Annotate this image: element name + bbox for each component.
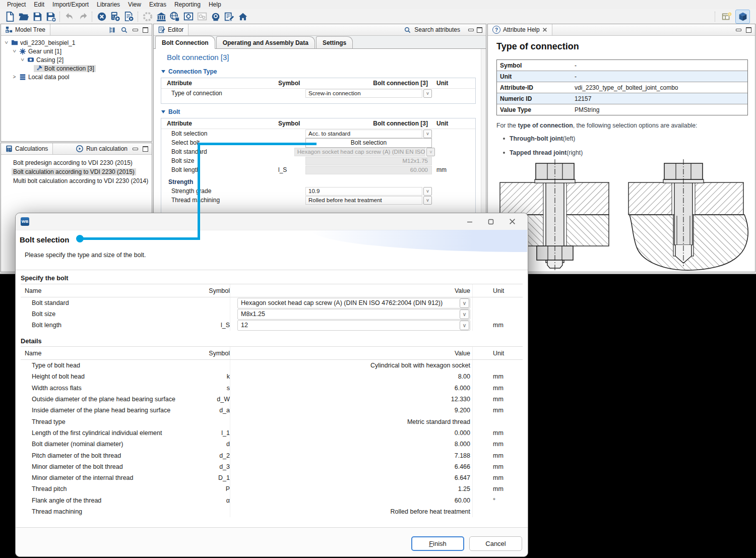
strength-grade-select[interactable]: 10.9 [305, 187, 422, 196]
link-with-editor-icon[interactable] [108, 26, 116, 34]
close-icon[interactable] [543, 28, 547, 32]
model-tree: > vdi_2230_beispiel_1 > Gear unit [1] > … [1, 36, 152, 81]
table-row: Width across flatss6.000mm [21, 383, 523, 394]
thread-machining-select[interactable]: Rolled before heat treatment [305, 196, 422, 205]
dropdown-button[interactable]: v [423, 130, 432, 138]
bolt-selection-button[interactable]: Bolt selection [305, 138, 432, 148]
bearing-icon[interactable] [141, 10, 154, 23]
edit-report-icon[interactable] [222, 10, 236, 23]
dropdown-button[interactable]: v [423, 187, 432, 196]
redo-icon[interactable] [76, 10, 90, 23]
menu-import-export[interactable]: Import/Export [48, 1, 93, 9]
home-icon[interactable] [236, 10, 249, 23]
maximize-icon[interactable] [480, 215, 501, 228]
tree-node-gear-unit[interactable]: > Gear unit [1] [1, 47, 152, 55]
search-icon[interactable] [404, 26, 411, 34]
chevron-down-icon[interactable]: > [4, 39, 9, 46]
editor-header: Editor Search attributes [154, 24, 486, 36]
connection-type-table: Attribute Symbol Bolt connection [3] Uni… [161, 78, 476, 104]
type-of-connection-select[interactable]: Screw-in connection [305, 89, 422, 98]
minimize-icon[interactable] [459, 215, 480, 228]
model-tree-tab[interactable]: Model Tree [1, 24, 50, 35]
editor-tab[interactable]: Editor [154, 24, 188, 35]
dropdown-button[interactable]: v [423, 89, 432, 98]
section-bolt[interactable]: Bolt [161, 108, 180, 115]
run-calculation-icon[interactable] [108, 10, 122, 23]
run-report-icon[interactable] [122, 10, 136, 23]
report-template-icon[interactable] [181, 10, 195, 23]
table-row: Bolt selection Acc. to standard v [161, 129, 475, 138]
perspective-switcher [713, 10, 750, 24]
menu-libraries[interactable]: Libraries [93, 1, 124, 9]
minimize-icon[interactable] [468, 29, 474, 31]
calculations-tab[interactable]: Calculations [1, 143, 53, 154]
undo-icon[interactable] [62, 10, 76, 23]
save-icon[interactable] [30, 10, 44, 23]
dialog-heading: Bolt selection [20, 235, 69, 244]
menu-help[interactable]: Help [205, 1, 225, 9]
dropdown-button[interactable]: v [423, 196, 432, 205]
tree-node-label: Bolt connection [3] [44, 65, 94, 72]
finish-button[interactable]: Finish [411, 536, 464, 551]
table-row: Minor diameter of the internal threadD_1… [21, 472, 523, 483]
callout-line-top [198, 143, 317, 145]
section-connection-type[interactable]: Connection Type [161, 68, 217, 75]
chevron-down-icon[interactable]: > [12, 48, 17, 54]
dropdown-button[interactable]: v [460, 309, 469, 319]
library-icon[interactable] [154, 10, 168, 23]
menu-project[interactable]: Project [3, 1, 30, 9]
new-document-icon[interactable] [3, 10, 17, 23]
toolbar-separator [138, 12, 139, 22]
calculation-item[interactable]: Bolt predesign according to VDI 2230 (20… [1, 158, 152, 167]
bolt-selection-select[interactable]: Acc. to standard [305, 130, 422, 138]
knowledge-base-icon[interactable] [209, 10, 222, 23]
web-database-icon[interactable] [168, 10, 181, 23]
tab-operating-assembly-data[interactable]: Operating and Assembly Data [216, 36, 315, 48]
maximize-icon[interactable] [143, 27, 148, 33]
minimize-icon[interactable] [133, 29, 138, 31]
search-attributes-label[interactable]: Search attributes [414, 26, 460, 33]
callout-line-vertical [198, 143, 200, 239]
calculation-item-selected[interactable]: Bolt calculation according to VDI 2230 (… [1, 167, 152, 176]
save-as-icon[interactable] [44, 10, 57, 23]
tab-settings[interactable]: Settings [316, 36, 353, 48]
chevron-right-icon[interactable]: > [11, 74, 18, 80]
bolt-length-select[interactable]: 12 v [237, 320, 470, 331]
menu-extras[interactable]: Extras [145, 1, 170, 9]
dialog-subtitle: Please specify the type and size of the … [25, 252, 146, 259]
script-gears-icon[interactable] [195, 10, 209, 23]
minimize-icon[interactable] [736, 29, 741, 31]
tree-node-label: vdi_2230_beispiel_1 [20, 39, 75, 46]
open-project-icon[interactable] [17, 10, 30, 23]
bolt-standard-select[interactable]: Hexagon socket head cap screw (A) (DIN E… [237, 298, 470, 308]
menu-edit[interactable]: Edit [30, 1, 48, 9]
minimize-icon[interactable] [133, 148, 138, 150]
tree-node-casing[interactable]: > Casing [2] [1, 55, 152, 64]
info-row: Attribute-IDvdi_2230_type_of_bolted_join… [497, 82, 747, 93]
close-icon[interactable] [501, 215, 523, 228]
table-row: Inside diameter of the plane head bearin… [21, 405, 523, 416]
tree-node-bolt-connection[interactable]: Bolt connection [3] [1, 64, 152, 73]
chevron-down-icon[interactable]: > [20, 56, 25, 63]
stop-icon[interactable] [95, 10, 108, 23]
attribute-help-tab[interactable]: ? Attribute Help [488, 24, 552, 35]
modeling-perspective-icon[interactable] [735, 10, 750, 24]
open-perspective-icon[interactable] [720, 10, 733, 23]
dropdown-button[interactable]: v [460, 298, 469, 308]
search-icon[interactable] [120, 26, 128, 34]
tree-node-local-data-pool[interactable]: > Local data pool [1, 73, 152, 81]
dialog-titlebar[interactable]: WB [16, 213, 528, 230]
tree-node-project[interactable]: > vdi_2230_beispiel_1 [1, 38, 152, 47]
calculation-item[interactable]: Multi bolt calculation according to VDI … [1, 176, 152, 185]
maximize-icon[interactable] [477, 27, 482, 33]
bolt-size-select[interactable]: M8x1.25 v [237, 309, 470, 320]
run-calculation-button[interactable]: Run calculation [71, 143, 133, 154]
dropdown-button[interactable]: v [460, 321, 469, 330]
bullet-icon [503, 152, 505, 154]
menu-view[interactable]: View [124, 1, 145, 9]
maximize-icon[interactable] [746, 27, 751, 33]
maximize-icon[interactable] [143, 146, 148, 152]
cancel-button[interactable]: Cancel [469, 536, 522, 551]
tab-bolt-connection[interactable]: Bolt Connection [155, 36, 215, 49]
menu-reporting[interactable]: Reporting [170, 1, 205, 9]
